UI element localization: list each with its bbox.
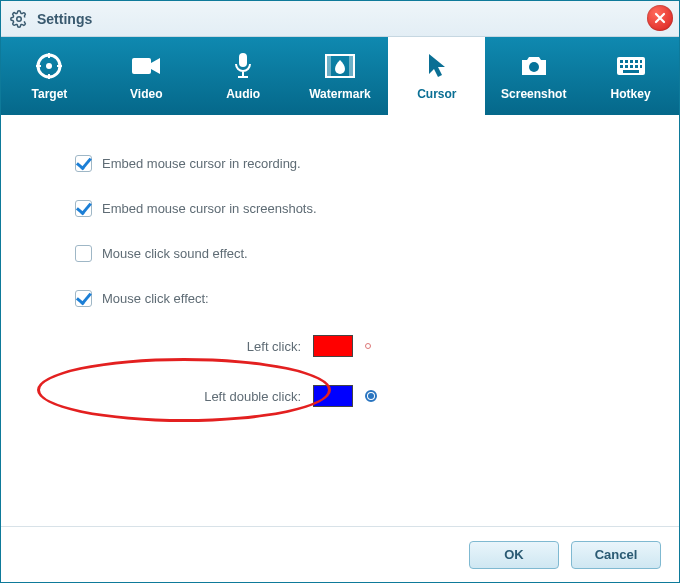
- cancel-button[interactable]: Cancel: [571, 541, 661, 569]
- tab-cursor[interactable]: Cursor: [388, 37, 485, 115]
- checkbox-click-effect[interactable]: [75, 290, 92, 307]
- tab-watermark[interactable]: Watermark: [292, 37, 389, 115]
- label-click-effect: Mouse click effect:: [102, 291, 209, 306]
- radio-left-double-click[interactable]: [365, 390, 377, 402]
- screenshot-icon: [519, 51, 549, 81]
- svg-rect-20: [623, 70, 639, 73]
- tab-label: Cursor: [417, 87, 456, 101]
- tab-screenshot[interactable]: Screenshot: [485, 37, 582, 115]
- title-bar: Settings: [1, 1, 679, 37]
- ok-button[interactable]: OK: [469, 541, 559, 569]
- checkbox-embed-recording[interactable]: [75, 155, 92, 172]
- option-click-sound: Mouse click sound effect.: [75, 245, 649, 262]
- svg-rect-19: [640, 65, 642, 68]
- tab-hotkey[interactable]: Hotkey: [582, 37, 679, 115]
- footer: OK Cancel: [1, 526, 679, 582]
- svg-rect-15: [620, 65, 623, 68]
- tab-label: Screenshot: [501, 87, 566, 101]
- row-left-double-click: Left double click:: [171, 385, 649, 407]
- tab-audio[interactable]: Audio: [195, 37, 292, 115]
- content-panel: Embed mouse cursor in recording. Embed m…: [1, 115, 679, 526]
- option-embed-recording: Embed mouse cursor in recording.: [75, 155, 649, 172]
- radio-left-click[interactable]: [365, 343, 371, 349]
- tab-video[interactable]: Video: [98, 37, 195, 115]
- cursor-icon: [422, 51, 452, 81]
- hotkey-icon: [616, 51, 646, 81]
- svg-rect-13: [635, 60, 638, 63]
- svg-rect-12: [630, 60, 633, 63]
- svg-rect-11: [625, 60, 628, 63]
- svg-point-0: [17, 16, 22, 21]
- label-left-double-click: Left double click:: [171, 389, 301, 404]
- label-embed-recording: Embed mouse cursor in recording.: [102, 156, 301, 171]
- tab-label: Hotkey: [611, 87, 651, 101]
- audio-icon: [228, 51, 258, 81]
- svg-rect-10: [620, 60, 623, 63]
- window-title: Settings: [37, 11, 92, 27]
- svg-rect-4: [239, 53, 247, 67]
- svg-rect-18: [635, 65, 638, 68]
- svg-rect-14: [640, 60, 642, 63]
- watermark-icon: [325, 51, 355, 81]
- svg-rect-7: [349, 55, 354, 77]
- svg-rect-3: [132, 58, 151, 74]
- label-left-click: Left click:: [171, 339, 301, 354]
- tab-target[interactable]: Target: [1, 37, 98, 115]
- close-button[interactable]: [647, 5, 673, 31]
- label-embed-screenshots: Embed mouse cursor in screenshots.: [102, 201, 317, 216]
- svg-point-2: [46, 63, 52, 69]
- label-click-sound: Mouse click sound effect.: [102, 246, 248, 261]
- svg-rect-17: [630, 65, 633, 68]
- checkbox-embed-screenshots[interactable]: [75, 200, 92, 217]
- tab-bar: Target Video Audio Watermark Cursor Scre…: [1, 37, 679, 115]
- settings-window: Settings Target Video Audio Watermark Cu…: [0, 0, 680, 583]
- svg-rect-16: [625, 65, 628, 68]
- svg-rect-6: [326, 55, 331, 77]
- row-left-click: Left click:: [171, 335, 649, 357]
- color-swatch-left-click[interactable]: [313, 335, 353, 357]
- option-click-effect: Mouse click effect:: [75, 290, 649, 307]
- target-icon: [34, 51, 64, 81]
- tab-label: Target: [32, 87, 68, 101]
- tab-label: Watermark: [309, 87, 371, 101]
- color-swatch-left-double-click[interactable]: [313, 385, 353, 407]
- tab-label: Video: [130, 87, 162, 101]
- checkbox-click-sound[interactable]: [75, 245, 92, 262]
- option-embed-screenshots: Embed mouse cursor in screenshots.: [75, 200, 649, 217]
- tab-label: Audio: [226, 87, 260, 101]
- gear-icon: [9, 9, 29, 29]
- svg-point-8: [529, 62, 539, 72]
- video-icon: [131, 51, 161, 81]
